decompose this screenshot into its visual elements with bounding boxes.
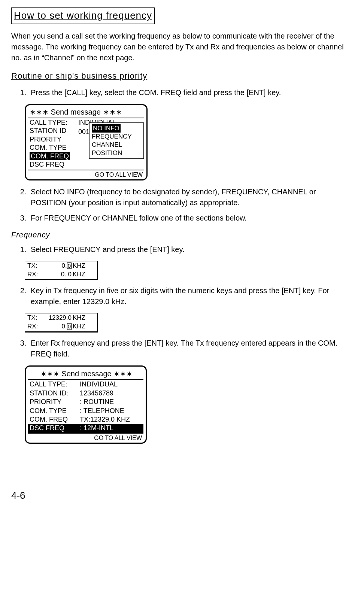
lcd1-dscfreq-label: DSC FREQ xyxy=(28,160,78,169)
lcd-panel-2: ∗∗∗ Send message ∗∗∗ CALL TYPE:INDIVIDUA… xyxy=(25,365,147,444)
lcd1-comfreq-label: COM. FREQ xyxy=(28,152,78,161)
lcd2-priority-label: PRIORITY xyxy=(28,398,80,406)
main-heading: How to set working frequency xyxy=(11,7,155,24)
lcd2-stationid-value: 123456789 xyxy=(80,389,143,398)
lcd2-stationid-label: STATION ID: xyxy=(28,389,80,398)
lcd1-calltype-label: CALL TYPE: xyxy=(28,118,78,127)
step-a3: For FREQUENCY or CHANNEL follow one of t… xyxy=(28,213,353,224)
lcd-panel-1: ∗∗∗ Send message ∗∗∗ CALL TYPE:INDIVIDUA… xyxy=(25,104,148,180)
box2-tx-value: 12329.0 xyxy=(45,314,73,322)
box2-tx-unit: KHZ xyxy=(73,314,85,322)
freq-box-1: TX: 0.0 KHZ RX: 0. 0 KHZ xyxy=(25,261,98,280)
intro-paragraph: When you send a call set the working fre… xyxy=(11,31,353,63)
lcd2-comtype-value: : TELEPHONE xyxy=(80,407,143,415)
lcd1-popup: NO INFO FREQUENCY CHANNEL POSITION xyxy=(89,122,144,159)
lcd2-calltype-label: CALL TYPE: xyxy=(28,380,80,389)
subheading-frequency: Frequency xyxy=(11,230,353,240)
lcd1-footer: GO TO ALL VIEW xyxy=(28,170,144,179)
step-a2: Select NO INFO (frequency to be designat… xyxy=(28,186,353,208)
step-b3: Enter Rx frequency and press the [ENT] k… xyxy=(28,338,353,359)
lcd1-title: ∗∗∗ Send message ∗∗∗ xyxy=(28,107,144,118)
lcd2-dscfreq-value: : 12M-INTL xyxy=(80,424,143,432)
box2-rx-unit: KHZ xyxy=(73,322,85,331)
box1-rx-label: RX: xyxy=(27,270,45,279)
lcd1-comtype-label: COM. TYPE xyxy=(28,143,78,152)
box1-tx-unit: KHZ xyxy=(73,262,85,270)
lcd2-comfreq-value: TX:12329.0 KHZ xyxy=(80,415,143,424)
step-b1: Select FREQUENCY and press the [ENT] key… xyxy=(28,244,353,255)
popup-channel: CHANNEL xyxy=(92,141,141,149)
page-number: 4-6 xyxy=(11,489,353,503)
box1-tx-value: 0.0 xyxy=(45,262,73,270)
box1-rx-unit: KHZ xyxy=(73,270,85,279)
lcd2-calltype-value: INDIVIDUAL xyxy=(80,380,143,389)
popup-noinfo: NO INFO xyxy=(92,124,141,133)
lcd2-footer: GO TO ALL VIEW xyxy=(28,433,143,443)
lcd2-dscfreq-label: DSC FREQ xyxy=(28,424,80,432)
subheading-routine: Routine or ship's business priority xyxy=(11,70,353,82)
box1-rx-value: 0. 0 xyxy=(45,270,73,279)
box1-tx-label: TX: xyxy=(27,262,45,270)
lcd1-stationid-label: STATION ID xyxy=(28,127,78,135)
popup-position: POSITION xyxy=(92,149,141,157)
step-a1: Press the [CALL] key, select the COM. FR… xyxy=(28,87,353,98)
box2-rx-value: 0.0 xyxy=(45,322,73,331)
freq-box-2: TX: 12329.0 KHZ RX: 0.0 KHZ xyxy=(25,313,98,333)
lcd2-comfreq-label: COM. FREQ xyxy=(28,415,80,424)
box2-rx-label: RX: xyxy=(27,322,45,331)
popup-frequency: FREQUENCY xyxy=(92,133,141,141)
lcd2-priority-value: : ROUTINE xyxy=(80,398,143,406)
box2-tx-label: TX: xyxy=(27,314,45,322)
lcd2-comtype-label: COM. TYPE xyxy=(28,407,80,415)
step-b2: Key in Tx frequency in five or six digit… xyxy=(28,285,353,307)
lcd1-priority-label: PRIORITY xyxy=(28,135,78,144)
lcd2-title: ∗∗∗ Send message ∗∗∗ xyxy=(28,368,143,380)
